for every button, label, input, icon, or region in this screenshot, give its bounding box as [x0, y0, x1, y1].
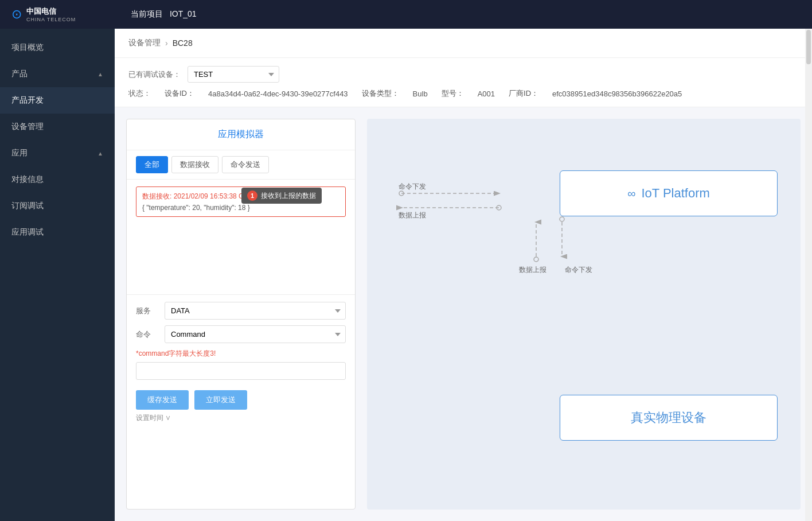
main-content: 设备管理 › BC28 已有调试设备： TEST 状态： 设备ID： 4a8a3…: [115, 29, 812, 521]
device-id-value: 4a8a34d4-0a62-4dec-9430-39e0277cf443: [208, 90, 348, 98]
vendor-label: 厂商ID：: [509, 88, 538, 99]
set-time-link[interactable]: 设置时间 ∨: [136, 413, 346, 423]
project-name: IOT_01: [170, 9, 197, 18]
sidebar: 项目概览 产品 ▲ 产品开发 设备管理 应用 ▲ 对接信息 订阅调试 应用调试: [0, 29, 115, 521]
device-info-area: 已有调试设备： TEST 状态： 设备ID： 4a8a34d4-0a62-4de…: [115, 58, 812, 107]
label-cmd-send: 命令下发: [399, 182, 426, 192]
tooltip-text: 接收到上报的数据: [261, 191, 316, 201]
save-send-button[interactable]: 缓存发送: [136, 390, 189, 410]
physical-device-text: 真实物理设备: [631, 409, 706, 426]
sidebar-item-product[interactable]: 产品 ▲: [0, 61, 115, 87]
device-select[interactable]: TEST: [188, 66, 279, 83]
simulator-title: 应用模拟器: [127, 119, 355, 150]
svg-point-7: [560, 217, 564, 221]
project-info: 当前项目 IOT_01: [126, 9, 197, 20]
vendor-id-value: efc038951ed348c98356b396622e20a5: [552, 90, 682, 98]
sidebar-item-app-debug[interactable]: 应用调试: [0, 219, 115, 246]
scrollbar-thumb[interactable]: [806, 30, 811, 64]
model-value: A001: [478, 90, 495, 98]
immediate-send-button[interactable]: 立即发送: [194, 390, 247, 410]
service-select[interactable]: DATA: [165, 302, 346, 320]
iot-platform-box: ∞ IoT Platform: [560, 170, 778, 216]
command-label: 命令: [136, 329, 159, 340]
sidebar-item-project-overview[interactable]: 项目概览: [0, 34, 115, 61]
scrollbar-track[interactable]: [805, 29, 812, 521]
logo-icon: ⊙: [11, 7, 22, 22]
label-data-up1: 数据上报: [399, 211, 426, 220]
tooltip-bubble: 1 接收到上报的数据: [241, 188, 322, 204]
tab-all[interactable]: 全部: [136, 156, 168, 173]
project-label: 当前项目: [131, 9, 163, 18]
label-data-up2: 数据上报: [519, 265, 546, 275]
service-label: 服务: [136, 306, 159, 316]
iot-platform-text: IoT Platform: [641, 186, 709, 201]
label-cmd-down: 命令下发: [565, 265, 592, 275]
logo-sub: CHINA TELECOM: [26, 17, 76, 22]
breadcrumb-parent[interactable]: 设备管理: [128, 38, 161, 48]
sidebar-item-product-dev[interactable]: 产品开发: [0, 87, 115, 114]
tooltip-num: 1: [247, 190, 257, 201]
device-id-label: 设备ID：: [165, 88, 194, 99]
status-label: 状态：: [128, 88, 151, 99]
chevron-up-icon-app: ▲: [97, 150, 103, 157]
svg-point-6: [534, 257, 538, 262]
sidebar-item-interface-info[interactable]: 对接信息: [0, 166, 115, 193]
logo: ⊙ 中国电信 CHINA TELECOM: [11, 6, 126, 22]
command-select[interactable]: Command: [165, 325, 346, 343]
breadcrumb-arrow: ›: [165, 38, 168, 48]
command-row: 命令 Command: [136, 325, 346, 343]
sidebar-item-device-mgmt[interactable]: 设备管理: [0, 114, 115, 140]
simulator-panel: 应用模拟器 全部 数据接收 命令发送 数据接收: 2021/02/09 16:5…: [126, 119, 356, 510]
chevron-up-icon: ▲: [97, 71, 103, 77]
form-actions: 缓存发送 立即发送: [136, 390, 346, 410]
svg-point-5: [497, 205, 501, 210]
sidebar-item-subscribe-debug[interactable]: 订阅调试: [0, 193, 115, 219]
panel-area: 应用模拟器 全部 数据接收 命令发送 数据接收: 2021/02/09 16:5…: [115, 107, 812, 521]
diagram-area: 命令下发 数据上报 数据上报 命令下发 ∞ IoT Platform 真实物理设…: [367, 119, 801, 510]
device-select-label: 已有调试设备：: [128, 69, 181, 80]
physical-device-box: 真实物理设备: [560, 395, 778, 441]
breadcrumb: 设备管理 › BC28: [115, 29, 812, 58]
simulator-form: 服务 DATA 命令 Command *command字符最大长度3!: [127, 294, 355, 430]
device-type-value: Bulb: [413, 90, 428, 98]
tab-cmd-send[interactable]: 命令发送: [222, 156, 269, 173]
command-input[interactable]: [136, 362, 346, 380]
sidebar-item-app[interactable]: 应用 ▲: [0, 140, 115, 166]
iot-icon: ∞: [627, 187, 635, 200]
topbar: ⊙ 中国电信 CHINA TELECOM 当前项目 IOT_01: [0, 0, 812, 29]
logo-text: 中国电信: [26, 6, 76, 17]
svg-point-4: [399, 191, 404, 196]
service-row: 服务 DATA: [136, 302, 346, 320]
command-hint: *command字符最大长度3!: [136, 349, 346, 359]
device-type-label: 设备类型：: [362, 88, 399, 99]
breadcrumb-current: BC28: [173, 38, 193, 48]
simulator-tabs: 全部 数据接收 命令发送: [127, 150, 355, 180]
model-label: 型号：: [442, 88, 464, 99]
tab-data-recv[interactable]: 数据接收: [171, 156, 218, 173]
simulator-log: 数据接收: 2021/02/09 16:53:38 GMT+08:00 { "t…: [127, 180, 355, 294]
log-data: { "temperature": 20, "humidity": 18 }: [142, 204, 339, 212]
